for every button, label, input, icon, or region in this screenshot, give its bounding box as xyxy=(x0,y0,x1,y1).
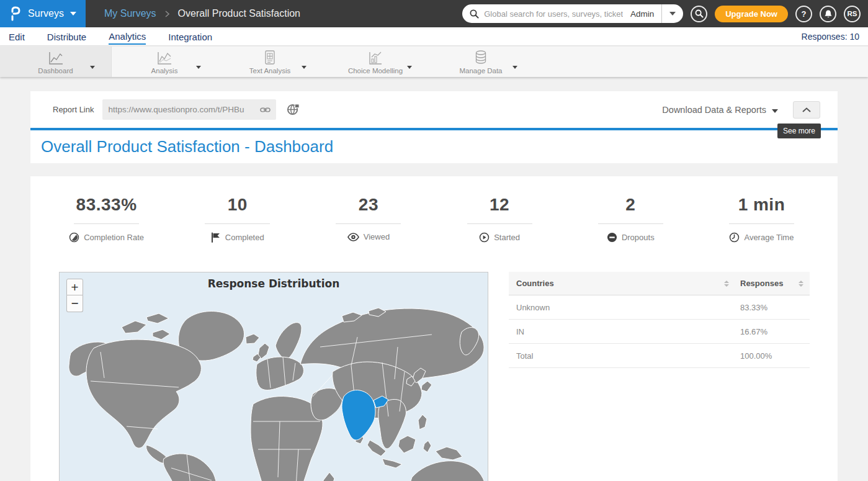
breadcrumb-my-surveys[interactable]: My Surveys xyxy=(104,8,156,19)
stat-label-text: Completion Rate xyxy=(84,233,144,242)
table-row: Total 100.00% xyxy=(509,344,810,368)
divider xyxy=(729,223,794,224)
report-link-bar: Report Link https://www.questionpro.com/… xyxy=(30,91,838,130)
stat-started: 12 Started xyxy=(434,195,565,243)
divider xyxy=(336,223,401,224)
eye-icon xyxy=(347,233,359,241)
tab-manage-data[interactable]: Manage Data xyxy=(428,47,534,77)
stat-label-text: Dropouts xyxy=(622,233,655,242)
map-country-india xyxy=(342,390,375,440)
surveys-menu-button[interactable]: Surveys xyxy=(0,0,86,27)
global-search-bar: Admin xyxy=(462,4,683,23)
column-header-responses[interactable]: Responses xyxy=(740,279,783,288)
sort-countries-icon[interactable] xyxy=(724,281,729,287)
search-scope-dropdown[interactable] xyxy=(662,4,683,23)
stat-value: 10 xyxy=(228,195,248,215)
link-icon[interactable] xyxy=(260,106,271,114)
map-zoom-out-button[interactable]: − xyxy=(66,295,83,312)
stat-completion-rate: 83.33% Completion Rate xyxy=(41,195,172,243)
completion-rate-icon xyxy=(69,232,79,243)
table-row: IN 16.67% xyxy=(509,320,810,344)
countries-table-header: Countries Responses xyxy=(509,272,810,295)
column-header-countries[interactable]: Countries xyxy=(516,279,554,288)
tab-text-analysis[interactable]: Text Analysis xyxy=(217,47,323,77)
tab-label: Analysis xyxy=(151,67,178,74)
tab-text-analysis-dropdown[interactable] xyxy=(302,60,306,71)
nav-item-integration[interactable]: Integration xyxy=(168,29,212,44)
nav-item-distribute[interactable]: Distribute xyxy=(47,29,86,44)
breadcrumb-separator-icon xyxy=(165,11,169,17)
country-name: Unknown xyxy=(516,303,729,312)
chevron-down-icon xyxy=(669,12,676,16)
stat-label-text: Viewed xyxy=(364,232,390,241)
tab-manage-data-dropdown[interactable] xyxy=(512,60,517,71)
stat-label-text: Average Time xyxy=(744,233,794,242)
search-submit-button[interactable] xyxy=(691,6,707,22)
nav-item-analytics[interactable]: Analytics xyxy=(109,29,146,45)
stat-completed: 10 Completed xyxy=(172,195,303,243)
world-map-svg xyxy=(60,272,488,481)
minus-circle-icon xyxy=(607,232,617,243)
link-privacy-button[interactable] xyxy=(287,103,300,116)
search-icon xyxy=(695,9,704,18)
tab-choice-modelling-dropdown[interactable] xyxy=(407,60,412,71)
country-name: IN xyxy=(516,327,729,336)
response-distribution-map[interactable]: Response Distribution + − xyxy=(59,272,488,481)
globe-lock-icon xyxy=(287,103,300,116)
title-section: Overall Product Satisfaction - Dashboard xyxy=(30,130,838,163)
country-name: Total xyxy=(516,351,729,361)
surveys-menu-label: Surveys xyxy=(28,8,64,19)
download-dropdown-caret[interactable] xyxy=(772,104,778,115)
divider xyxy=(205,223,270,224)
dashboard-panel: 83.33% Completion Rate 10 Completed xyxy=(30,176,838,481)
global-search-input[interactable] xyxy=(484,9,623,19)
help-button[interactable]: ? xyxy=(795,6,812,22)
tab-dashboard-dropdown[interactable] xyxy=(90,60,95,71)
table-row: Unknown 83.33% xyxy=(509,295,810,320)
stat-value: 12 xyxy=(490,195,509,215)
tab-analysis[interactable]: Analysis xyxy=(112,47,217,77)
sort-responses-icon[interactable] xyxy=(799,281,803,287)
chevron-down-icon xyxy=(302,66,306,69)
play-circle-icon xyxy=(479,232,490,243)
chevron-down-icon xyxy=(772,109,778,113)
tab-label: Choice Modelling xyxy=(348,67,403,74)
tab-dashboard[interactable]: Dashboard xyxy=(0,47,112,77)
download-data-reports-menu[interactable]: Download Data & Reports xyxy=(662,105,766,115)
see-more-tooltip: See more xyxy=(777,124,821,138)
avatar-initials: RS xyxy=(848,10,857,17)
search-scope-label[interactable]: Admin xyxy=(623,9,661,19)
report-link-input-wrap: https://www.questionpro.com/t/PHBu xyxy=(102,99,276,120)
breadcrumb-current: Overall Product Satisfaction xyxy=(178,8,300,19)
tab-label: Text Analysis xyxy=(249,67,290,74)
chevron-down-icon xyxy=(90,66,95,69)
questionpro-logo-icon xyxy=(9,6,22,22)
avatar[interactable]: RS xyxy=(844,6,861,22)
map-title: Response Distribution xyxy=(60,277,488,290)
section-nav: Edit Distribute Analytics Integration Re… xyxy=(0,27,868,46)
divider xyxy=(598,223,663,224)
upgrade-now-button[interactable]: Upgrade Now xyxy=(715,6,788,22)
stat-value: 2 xyxy=(625,195,635,215)
analytics-toolbar: Dashboard Analysis Text Analysis xyxy=(0,46,868,77)
stats-row: 83.33% Completion Rate 10 Completed xyxy=(41,176,827,243)
country-responses: 83.33% xyxy=(729,303,803,312)
notifications-button[interactable] xyxy=(820,6,836,22)
country-responses: 16.67% xyxy=(729,327,803,336)
tab-choice-modelling[interactable]: Choice Modelling xyxy=(323,47,428,77)
chevron-down-icon xyxy=(70,12,76,16)
tab-analysis-dropdown[interactable] xyxy=(196,60,201,71)
search-icon xyxy=(470,9,479,19)
stat-label-text: Started xyxy=(494,233,520,242)
tab-label: Dashboard xyxy=(38,67,73,74)
map-zoom-in-button[interactable]: + xyxy=(66,279,83,295)
stat-viewed: 23 Viewed xyxy=(303,195,434,243)
flag-icon xyxy=(211,232,221,243)
nav-item-edit[interactable]: Edit xyxy=(9,29,25,44)
chevron-up-icon xyxy=(802,107,811,112)
collapse-toolbar-button[interactable] xyxy=(793,101,820,119)
stat-average-time: 1 min Average Time xyxy=(696,195,827,243)
stat-value: 83.33% xyxy=(76,195,137,215)
text-document-icon xyxy=(264,50,276,66)
report-link-url[interactable]: https://www.questionpro.com/t/PHBu xyxy=(108,105,260,114)
